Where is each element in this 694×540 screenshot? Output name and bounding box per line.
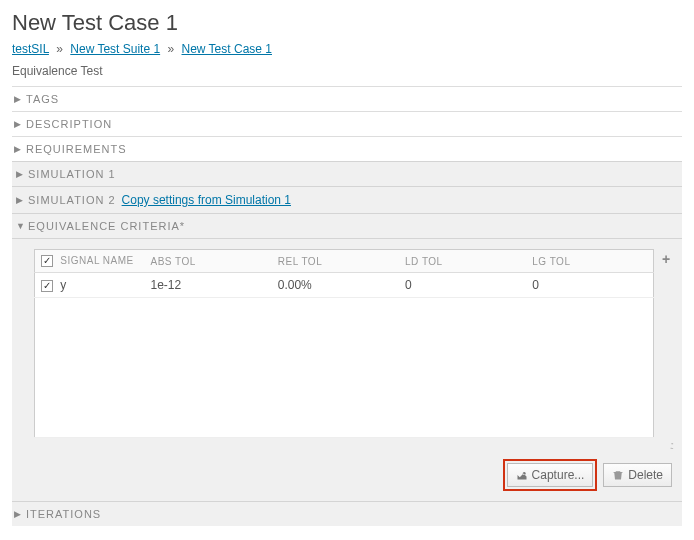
col-abs-tol: ABS TOL [145, 250, 272, 273]
delete-button[interactable]: Delete [603, 463, 672, 487]
col-lg-tol: LG TOL [526, 250, 653, 273]
cell-rel-tol[interactable]: 0.00% [272, 273, 399, 298]
chevron-right-icon: ▶ [16, 169, 28, 179]
col-ld-tol: LD TOL [399, 250, 526, 273]
section-simulation-1[interactable]: ▶ SIMULATION 1 [12, 162, 682, 186]
chevron-right-icon: ▶ [14, 509, 26, 519]
section-simulation-1-label: SIMULATION 1 [28, 168, 116, 180]
chevron-down-icon: ▼ [16, 221, 28, 231]
breadcrumb-link-0[interactable]: testSIL [12, 42, 49, 56]
select-all-checkbox[interactable]: ✓ [41, 255, 53, 267]
chevron-right-icon: ▶ [14, 94, 26, 104]
breadcrumb-link-2[interactable]: New Test Case 1 [182, 42, 273, 56]
section-requirements[interactable]: ▶ REQUIREMENTS [12, 137, 682, 161]
add-row-button[interactable]: + [658, 251, 674, 267]
section-equivalence-criteria-label: EQUIVALENCE CRITERIA* [28, 220, 185, 232]
plus-icon: + [662, 251, 670, 267]
col-signal-name: SIGNAL NAME [60, 255, 133, 266]
breadcrumb-link-1[interactable]: New Test Suite 1 [70, 42, 160, 56]
cell-ld-tol[interactable]: 0 [399, 273, 526, 298]
row-checkbox[interactable]: ✓ [41, 280, 53, 292]
section-equivalence-criteria[interactable]: ▼ EQUIVALENCE CRITERIA* [12, 214, 682, 238]
table-row[interactable]: ✓ y 1e-12 0.00% 0 0 [35, 273, 654, 298]
section-iterations[interactable]: ▶ ITERATIONS [12, 502, 682, 526]
section-tags[interactable]: ▶ TAGS [12, 87, 682, 111]
section-iterations-label: ITERATIONS [26, 508, 101, 520]
capture-button-label: Capture... [532, 468, 585, 482]
criteria-table: ✓ SIGNAL NAME ABS TOL REL TOL LD TOL LG … [34, 249, 654, 438]
cell-lg-tol[interactable]: 0 [526, 273, 653, 298]
chevron-right-icon: ▶ [14, 144, 26, 154]
test-type-label: Equivalence Test [12, 64, 682, 78]
section-simulation-2-label: SIMULATION 2 [28, 194, 116, 206]
table-empty-space [35, 298, 654, 438]
copy-settings-link[interactable]: Copy settings from Simulation 1 [122, 193, 291, 207]
cell-abs-tol[interactable]: 1e-12 [145, 273, 272, 298]
capture-button[interactable]: Capture... [507, 463, 594, 487]
breadcrumb: testSIL » New Test Suite 1 » New Test Ca… [12, 42, 682, 56]
section-requirements-label: REQUIREMENTS [26, 143, 127, 155]
table-header-row: ✓ SIGNAL NAME ABS TOL REL TOL LD TOL LG … [35, 250, 654, 273]
trash-icon [612, 469, 624, 481]
col-rel-tol: REL TOL [272, 250, 399, 273]
section-description-label: DESCRIPTION [26, 118, 112, 130]
breadcrumb-sep: » [163, 42, 178, 56]
section-description[interactable]: ▶ DESCRIPTION [12, 112, 682, 136]
section-simulation-2[interactable]: ▶ SIMULATION 2 Copy settings from Simula… [12, 187, 682, 213]
section-tags-label: TAGS [26, 93, 59, 105]
highlight-annotation: Capture... [503, 459, 598, 491]
cell-signal-name: y [60, 278, 66, 292]
chevron-right-icon: ▶ [14, 119, 26, 129]
delete-button-label: Delete [628, 468, 663, 482]
page-title: New Test Case 1 [12, 10, 682, 36]
capture-icon [516, 469, 528, 481]
breadcrumb-sep: » [52, 42, 67, 56]
resize-handle-icon[interactable]: .:: [34, 438, 672, 457]
chevron-right-icon: ▶ [16, 195, 28, 205]
